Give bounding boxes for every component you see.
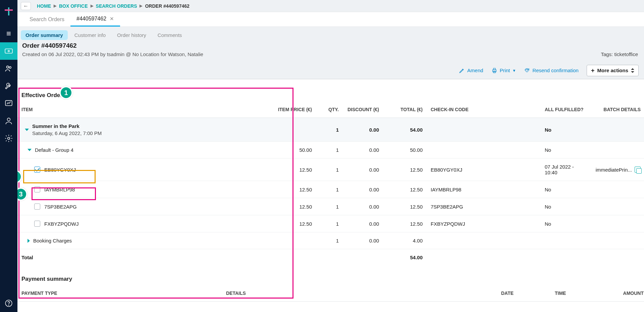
ticket-discount: 0.00: [343, 181, 383, 198]
hamburger-menu-icon[interactable]: ≡: [0, 25, 17, 42]
subtab-order-summary[interactable]: Order summary: [21, 30, 68, 40]
order-tags: Tags: ticketoffice: [601, 51, 639, 57]
svg-rect-10: [493, 68, 495, 70]
ticket-code: FXBYZPQDWJ: [44, 221, 79, 227]
sub-tabs: Order summary Customer info Order histor…: [17, 27, 644, 42]
svg-point-6: [8, 137, 10, 140]
group-fulfilled: No: [541, 142, 588, 159]
order-meta: Created on 06 Jul 2022, 02:43 PM by tsad…: [22, 51, 601, 57]
tab-label: Search Orders: [30, 16, 64, 23]
booking-discount: 0.00: [343, 232, 383, 249]
ticket-price: 12.50: [272, 215, 316, 232]
print-label: Print: [500, 68, 510, 73]
nav-customers-icon[interactable]: [0, 60, 17, 77]
ticket-checkbox[interactable]: [34, 186, 40, 192]
col-payment-time: TIME: [551, 284, 604, 302]
ticket-total: 12.50: [383, 198, 427, 215]
ticket-code: EB80YGY0XJ: [44, 167, 76, 173]
group-discount: 0.00: [343, 142, 383, 159]
app-logo-icon[interactable]: [0, 3, 17, 20]
left-nav-rail: ≡: [0, 0, 17, 312]
ticket-qty: 1: [316, 215, 343, 232]
total-value: 54.00: [383, 249, 427, 266]
subtab-comments[interactable]: Comments: [153, 30, 187, 40]
ticket-price: 12.50: [272, 159, 316, 181]
subtab-customer-info[interactable]: Customer info: [70, 30, 110, 40]
crumb-box-office[interactable]: BOX OFFICE: [59, 3, 88, 9]
printer-icon: [491, 68, 497, 74]
payment-summary-heading: Payment summary: [17, 266, 644, 284]
booking-label: Booking Charges: [33, 238, 72, 243]
event-total: 54.00: [383, 118, 427, 142]
ticket-checkbox[interactable]: [34, 204, 40, 210]
ticket-total: 12.50: [383, 215, 427, 232]
col-qty: QTY.: [316, 101, 343, 118]
ticket-checkin: EB80YGY0XJ: [427, 159, 541, 181]
tab-active-order[interactable]: #440597462 ✕: [70, 12, 120, 27]
event-fulfilled: No: [541, 118, 588, 142]
breadcrumbs: HOME ▶ BOX OFFICE ▶ SEARCH ORDERS ▶ ORDE…: [37, 3, 190, 9]
back-button[interactable]: ←: [21, 2, 31, 10]
ticket-row: EB80YGY0XJ 12.50 1 0.00 12.50 EB80YGY0XJ…: [17, 159, 644, 181]
order-body[interactable]: Effective Order ITEM ITEM PRICE (€) QTY.…: [17, 79, 644, 312]
chevron-right-icon[interactable]: [28, 239, 30, 243]
ticket-checkin: FXBYZPQDWJ: [427, 215, 541, 232]
nav-help-icon[interactable]: [0, 295, 17, 312]
booking-charges-row[interactable]: Booking Charges 1 0.00 4.00: [17, 232, 644, 249]
nav-profile-icon[interactable]: [0, 112, 17, 130]
svg-point-2: [7, 66, 9, 68]
ticket-discount: 0.00: [343, 215, 383, 232]
copy-icon[interactable]: [635, 167, 641, 173]
col-fulfilled: ALL FULFILLED?: [541, 101, 588, 118]
svg-point-1: [8, 50, 9, 52]
group-row[interactable]: Default - Group 4 50.00 1 0.00 50.00 No: [17, 142, 644, 159]
svg-point-5: [7, 118, 10, 121]
print-link[interactable]: Print ▼: [491, 68, 516, 74]
ticket-discount: 0.00: [343, 159, 383, 181]
top-bar: ← HOME ▶ BOX OFFICE ▶ SEARCH ORDERS ▶ OR…: [17, 0, 644, 12]
booking-qty: 1: [316, 232, 343, 249]
col-batch: BATCH DETAILS: [588, 101, 644, 118]
chevron-down-icon[interactable]: [25, 129, 29, 131]
event-qty: 1: [316, 118, 343, 142]
col-item-price: ITEM PRICE (€): [272, 101, 316, 118]
more-actions-button[interactable]: + More actions: [587, 65, 639, 76]
order-items-table: ITEM ITEM PRICE (€) QTY. DISCOUNT (€) TO…: [17, 101, 644, 266]
ticket-row: IAYMBRLP98 12.50 1 0.00 12.50 IAYMBRLP98…: [17, 181, 644, 198]
chevron-right-icon: ▶: [54, 4, 56, 8]
close-icon[interactable]: ✕: [110, 16, 114, 22]
refresh-icon: [524, 68, 530, 74]
col-total: TOTAL (€): [383, 101, 427, 118]
svg-point-3: [9, 66, 11, 68]
actions-bar: Amend Print ▼ Resend confirmation + More…: [17, 62, 644, 79]
ticket-qty: 1: [316, 198, 343, 215]
ticket-checkbox[interactable]: [34, 221, 40, 227]
group-name: Default - Group 4: [35, 147, 73, 153]
subtab-order-history[interactable]: Order history: [112, 30, 151, 40]
nav-reports-icon[interactable]: [0, 95, 17, 112]
main-content: ← HOME ▶ BOX OFFICE ▶ SEARCH ORDERS ▶ OR…: [17, 0, 644, 312]
nav-settings-icon[interactable]: [0, 130, 17, 147]
amend-link[interactable]: Amend: [459, 68, 483, 74]
nav-tools-icon[interactable]: [0, 77, 17, 95]
nav-tickets-icon[interactable]: [0, 42, 17, 60]
col-discount: DISCOUNT (€): [343, 101, 383, 118]
col-check-in: CHECK-IN CODE: [427, 101, 541, 118]
resend-label: Resend confirmation: [532, 68, 579, 73]
crumb-search-orders[interactable]: SEARCH ORDERS: [96, 3, 137, 9]
total-row: Total 54.00: [17, 249, 644, 266]
resend-link[interactable]: Resend confirmation: [524, 68, 579, 74]
ticket-checkbox[interactable]: [34, 167, 40, 173]
chevron-down-icon[interactable]: [28, 149, 32, 151]
crumb-home[interactable]: HOME: [37, 3, 51, 9]
ticket-price: 12.50: [272, 181, 316, 198]
ticket-fulfilled: No: [541, 181, 588, 198]
ticket-fulfilled: No: [541, 215, 588, 232]
svg-rect-11: [493, 71, 495, 73]
tab-search-orders[interactable]: Search Orders: [23, 12, 70, 27]
chevron-down-icon: ▼: [512, 69, 516, 73]
event-row[interactable]: Summer in the Park Saturday, 6 Aug 2022,…: [17, 118, 644, 142]
svg-rect-9: [492, 70, 496, 72]
col-payment-details: DETAILS: [222, 284, 497, 302]
page-tabs: Search Orders #440597462 ✕: [17, 12, 644, 27]
